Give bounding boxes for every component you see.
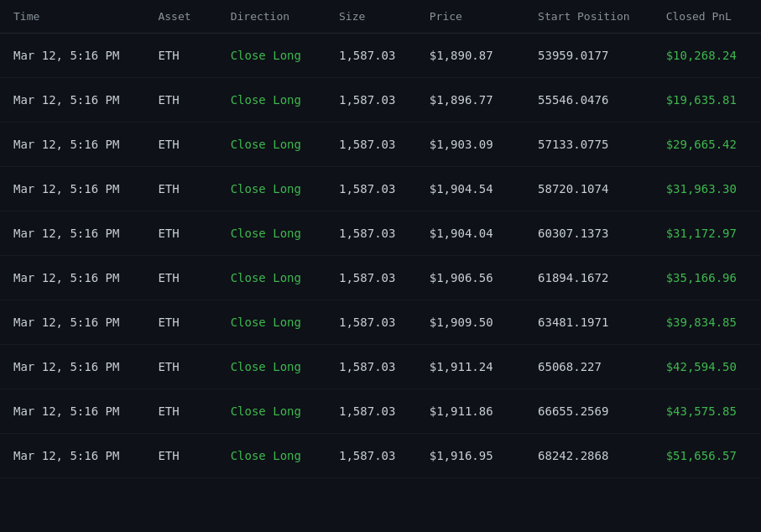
cell-size: 1,587.03	[326, 389, 416, 434]
cell-size: 1,587.03	[326, 78, 416, 123]
table-row: Mar 12, 5:16 PMETHClose Long1,587.03$1,9…	[0, 434, 761, 478]
cell-size: 1,587.03	[326, 123, 416, 167]
cell-closed-pnl: $10,268.24	[653, 34, 761, 78]
table-header-row: Time Asset Direction Size Price Start Po…	[0, 0, 761, 34]
cell-price: $1,911.86	[416, 389, 524, 434]
table-row: Mar 12, 5:16 PMETHClose Long1,587.03$1,9…	[0, 256, 761, 300]
cell-start-position: 60307.1373	[524, 211, 653, 256]
cell-start-position: 53959.0177	[524, 34, 653, 78]
cell-price: $1,906.56	[416, 256, 524, 300]
cell-direction: Close Long	[217, 123, 326, 167]
cell-price: $1,904.54	[416, 167, 524, 211]
cell-start-position: 68242.2868	[524, 434, 653, 478]
cell-size: 1,587.03	[326, 345, 416, 389]
cell-price: $1,904.04	[416, 211, 524, 256]
cell-time: Mar 12, 5:16 PM	[0, 211, 144, 256]
cell-start-position: 63481.1971	[524, 300, 653, 345]
cell-asset: ETH	[144, 167, 216, 211]
header-asset: Asset	[144, 0, 216, 34]
cell-time: Mar 12, 5:16 PM	[0, 389, 144, 434]
trades-table-container: Time Asset Direction Size Price Start Po…	[0, 0, 761, 478]
cell-start-position: 65068.227	[524, 345, 653, 389]
table-row: Mar 12, 5:16 PMETHClose Long1,587.03$1,9…	[0, 211, 761, 256]
header-time: Time	[0, 0, 144, 34]
cell-start-position: 57133.0775	[524, 123, 653, 167]
header-start-position: Start Position	[524, 0, 653, 34]
cell-closed-pnl: $51,656.57	[653, 434, 761, 478]
cell-asset: ETH	[144, 78, 216, 123]
cell-price: $1,896.77	[416, 78, 524, 123]
table-row: Mar 12, 5:16 PMETHClose Long1,587.03$1,8…	[0, 34, 761, 78]
cell-direction: Close Long	[217, 389, 326, 434]
cell-asset: ETH	[144, 434, 216, 478]
cell-asset: ETH	[144, 300, 216, 345]
cell-asset: ETH	[144, 34, 216, 78]
cell-time: Mar 12, 5:16 PM	[0, 34, 144, 78]
cell-time: Mar 12, 5:16 PM	[0, 434, 144, 478]
cell-time: Mar 12, 5:16 PM	[0, 300, 144, 345]
cell-start-position: 55546.0476	[524, 78, 653, 123]
cell-asset: ETH	[144, 389, 216, 434]
cell-size: 1,587.03	[326, 211, 416, 256]
cell-asset: ETH	[144, 256, 216, 300]
cell-closed-pnl: $31,172.97	[653, 211, 761, 256]
cell-closed-pnl: $19,635.81	[653, 78, 761, 123]
table-row: Mar 12, 5:16 PMETHClose Long1,587.03$1,9…	[0, 389, 761, 434]
cell-size: 1,587.03	[326, 34, 416, 78]
cell-start-position: 66655.2569	[524, 389, 653, 434]
cell-direction: Close Long	[217, 34, 326, 78]
cell-asset: ETH	[144, 123, 216, 167]
cell-direction: Close Long	[217, 256, 326, 300]
cell-direction: Close Long	[217, 78, 326, 123]
cell-price: $1,909.50	[416, 300, 524, 345]
table-row: Mar 12, 5:16 PMETHClose Long1,587.03$1,9…	[0, 167, 761, 211]
cell-direction: Close Long	[217, 345, 326, 389]
cell-direction: Close Long	[217, 300, 326, 345]
cell-direction: Close Long	[217, 167, 326, 211]
cell-size: 1,587.03	[326, 300, 416, 345]
cell-price: $1,903.09	[416, 123, 524, 167]
cell-time: Mar 12, 5:16 PM	[0, 78, 144, 123]
header-price: Price	[416, 0, 524, 34]
cell-start-position: 61894.1672	[524, 256, 653, 300]
cell-size: 1,587.03	[326, 167, 416, 211]
cell-time: Mar 12, 5:16 PM	[0, 256, 144, 300]
cell-time: Mar 12, 5:16 PM	[0, 345, 144, 389]
cell-time: Mar 12, 5:16 PM	[0, 167, 144, 211]
cell-asset: ETH	[144, 345, 216, 389]
cell-time: Mar 12, 5:16 PM	[0, 123, 144, 167]
cell-price: $1,890.87	[416, 34, 524, 78]
header-closed-pnl: Closed PnL	[653, 0, 761, 34]
cell-size: 1,587.03	[326, 434, 416, 478]
cell-closed-pnl: $31,963.30	[653, 167, 761, 211]
cell-price: $1,911.24	[416, 345, 524, 389]
cell-asset: ETH	[144, 211, 216, 256]
cell-size: 1,587.03	[326, 256, 416, 300]
header-size: Size	[326, 0, 416, 34]
cell-closed-pnl: $42,594.50	[653, 345, 761, 389]
cell-closed-pnl: $29,665.42	[653, 123, 761, 167]
cell-start-position: 58720.1074	[524, 167, 653, 211]
cell-price: $1,916.95	[416, 434, 524, 478]
header-direction: Direction	[217, 0, 326, 34]
cell-closed-pnl: $39,834.85	[653, 300, 761, 345]
table-row: Mar 12, 5:16 PMETHClose Long1,587.03$1,8…	[0, 78, 761, 123]
trades-table: Time Asset Direction Size Price Start Po…	[0, 0, 761, 478]
table-row: Mar 12, 5:16 PMETHClose Long1,587.03$1,9…	[0, 123, 761, 167]
table-row: Mar 12, 5:16 PMETHClose Long1,587.03$1,9…	[0, 300, 761, 345]
cell-direction: Close Long	[217, 434, 326, 478]
cell-closed-pnl: $35,166.96	[653, 256, 761, 300]
table-row: Mar 12, 5:16 PMETHClose Long1,587.03$1,9…	[0, 345, 761, 389]
cell-closed-pnl: $43,575.85	[653, 389, 761, 434]
cell-direction: Close Long	[217, 211, 326, 256]
